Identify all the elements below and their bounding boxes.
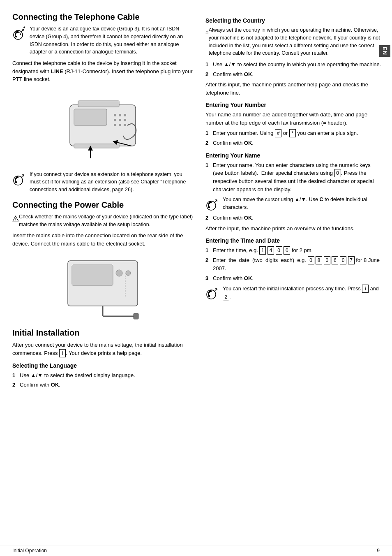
warning-country-icon: ! — [205, 26, 209, 38]
svg-line-21 — [21, 175, 24, 177]
telephone-cable-image — [12, 88, 193, 166]
svg-point-14 — [124, 119, 126, 121]
svg-rect-7 — [78, 101, 119, 107]
svg-text:!: ! — [15, 218, 16, 221]
note-cursor: You can move the cursor using ▲/▼. Use C… — [205, 196, 382, 211]
svg-point-29 — [126, 271, 131, 276]
key-i-restart: i — [362, 285, 369, 293]
content-area: Connecting the Telephone Cable ✱ Your de… — [0, 0, 392, 545]
note-extension-icon — [12, 171, 27, 186]
svg-rect-32 — [134, 313, 138, 319]
country-after-text: After this input, the machine prints ano… — [205, 81, 382, 97]
note-restart: You can restart the initial installation… — [205, 285, 382, 301]
telephone-cable-body: Connect the telephone cable to the devic… — [12, 59, 193, 83]
warn-country: ! Always set the country in which you ar… — [205, 26, 382, 57]
note-cursor-text: You can move the cursor using ▲/▼. Use C… — [223, 196, 382, 211]
page-footer: Initial Operation 9 — [0, 545, 392, 556]
key-hash: # — [275, 129, 281, 137]
name-after-text: After the input, the machine prints an o… — [205, 225, 382, 233]
footer-right: 9 — [377, 548, 380, 554]
svg-point-9 — [114, 114, 116, 116]
key-d0: 0 — [308, 256, 314, 264]
warning-triangle-icon: ! — [12, 213, 19, 225]
svg-line-41 — [214, 289, 217, 291]
svg-line-37 — [214, 200, 217, 202]
key-star: * — [289, 129, 296, 137]
key-1: 1 — [259, 246, 266, 255]
key-0a: 0 — [276, 246, 282, 255]
svg-point-15 — [114, 124, 116, 126]
key-d0b: 0 — [324, 256, 330, 264]
power-cable-image — [12, 253, 193, 322]
time-date-steps: 1Enter the time, e.g. 1 4 0 0 for 2 pm. … — [205, 246, 382, 282]
country-steps: 1Use ▲/▼ to select the country in which … — [205, 60, 382, 78]
footer-left: Initial Operation — [12, 548, 47, 554]
warn-country-text: Always set the country in which you are … — [209, 26, 382, 57]
name-steps: 1Enter your name. You can enter characte… — [205, 161, 382, 194]
time-step-1: 1Enter the time, e.g. 1 4 0 0 for 2 pm. — [205, 246, 382, 255]
key-0b: 0 — [284, 246, 290, 255]
svg-rect-27 — [72, 265, 113, 285]
note-restart-text: You can restart the initial installation… — [223, 285, 382, 301]
key-2-restart: 2 — [223, 293, 229, 301]
svg-point-11 — [124, 114, 126, 116]
section-title-initial: Initial Installation — [12, 328, 193, 338]
svg-rect-6 — [74, 109, 107, 125]
note-phone-icon: ✱ — [12, 26, 27, 41]
section-title-telephone: Connecting the Telephone Cable — [12, 12, 193, 22]
svg-text:✱: ✱ — [23, 26, 25, 29]
section-title-name: Entering Your Name — [205, 152, 382, 159]
language-step-1: 1Use ▲/▼ to select the desired display l… — [12, 371, 193, 380]
svg-text:!: ! — [207, 32, 207, 33]
svg-line-1 — [21, 29, 24, 32]
right-column: EN Selecting the Country ! Always set th… — [201, 12, 382, 537]
key-d6: 6 — [332, 256, 338, 264]
note-restart-icon — [205, 285, 220, 300]
note-isdn-text: Your device is an analogue fax device (G… — [30, 25, 193, 56]
language-steps: 1Use ▲/▼ to select the desired display l… — [12, 371, 193, 389]
page: Connecting the Telephone Cable ✱ Your de… — [0, 0, 392, 556]
initial-install-body: After you connect your device to the mai… — [12, 341, 193, 357]
svg-point-17 — [124, 124, 126, 126]
svg-point-16 — [119, 124, 121, 126]
en-badge: EN — [379, 45, 390, 57]
key-i-inline: i — [59, 349, 66, 357]
svg-point-10 — [119, 114, 121, 116]
number-body: Your name and number are added together … — [205, 111, 382, 127]
svg-point-28 — [116, 270, 122, 276]
time-step-2: 2Enter the date (two digits each) e.g. 0… — [205, 256, 382, 273]
note-extension: If you connect your device as extension … — [12, 171, 193, 194]
name-step-2: 2Confirm with OK. — [205, 214, 382, 222]
section-title-power: Connecting the Power Cable — [12, 200, 193, 210]
note-telephone-isdn: ✱ Your device is an analogue fax device … — [12, 25, 193, 56]
name-step2-list: 2Confirm with OK. — [205, 214, 382, 222]
warn-voltage-text: Check whether the mains voltage of your … — [19, 213, 193, 229]
subsection-select-language: Selecting the Language — [12, 362, 193, 369]
svg-point-13 — [119, 119, 121, 121]
number-step-1: 1Enter your number. Using # or * you can… — [205, 129, 382, 137]
section-title-number: Entering Your Number — [205, 102, 382, 108]
key-4: 4 — [267, 246, 274, 255]
note-extension-text: If you connect your device as extension … — [30, 171, 193, 194]
left-column: Connecting the Telephone Cable ✱ Your de… — [12, 12, 201, 537]
key-0: 0 — [334, 169, 341, 177]
power-cable-body: Insert the mains cable into the connecti… — [12, 232, 193, 248]
country-step-2: 2Confirm with OK. — [205, 70, 382, 79]
svg-rect-8 — [74, 144, 119, 148]
svg-point-12 — [114, 119, 116, 121]
section-title-time-date: Entering the Time and Date — [205, 237, 382, 244]
note-cursor-icon — [205, 197, 220, 211]
name-step-1: 1Enter your name. You can enter characte… — [205, 161, 382, 194]
country-step-1: 1Use ▲/▼ to select the country in which … — [205, 60, 382, 69]
section-title-country: Selecting the Country — [205, 17, 382, 24]
key-d7: 7 — [348, 256, 355, 264]
key-d0c: 0 — [340, 256, 346, 264]
number-steps: 1Enter your number. Using # or * you can… — [205, 129, 382, 147]
time-step-3: 3Confirm with OK. — [205, 274, 382, 283]
language-step-2: 2Confirm with OK. — [12, 381, 193, 389]
key-d8: 8 — [316, 256, 322, 264]
number-step-2: 2Confirm with OK. — [205, 139, 382, 147]
warn-power-voltage: ! Check whether the mains voltage of you… — [12, 213, 193, 229]
